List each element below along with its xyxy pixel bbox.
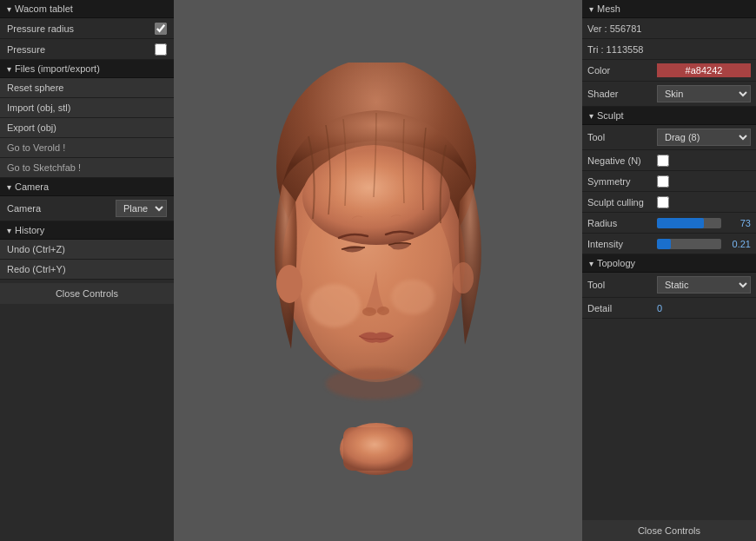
head-svg xyxy=(230,63,526,479)
svg-point-9 xyxy=(377,307,389,315)
sculpt-section-label: Sculpt xyxy=(597,110,624,121)
topo-tool-select[interactable]: Static Dynamic Decimation xyxy=(657,276,751,294)
svg-point-11 xyxy=(453,262,474,294)
ver-row: Ver : 556781 xyxy=(582,18,756,39)
negative-label: Negative (N) xyxy=(587,155,657,166)
go-sketchfab-button[interactable]: Go to Sketchfab ! xyxy=(0,158,174,178)
history-section-label: History xyxy=(15,225,44,235)
camera-section-header[interactable]: Camera xyxy=(0,178,174,196)
color-label: Color xyxy=(587,65,657,76)
sculpt-culling-row: Sculpt culling xyxy=(582,192,756,213)
svg-point-10 xyxy=(276,265,302,303)
export-button[interactable]: Export (obj) xyxy=(0,118,174,138)
tool-label: Tool xyxy=(587,132,657,142)
radius-slider-container[interactable]: 73 xyxy=(657,218,751,228)
pressure-label: Pressure xyxy=(7,44,155,55)
detail-label: Detail xyxy=(587,303,657,313)
left-panel: Wacom tablet Pressure radius Pressure Fi… xyxy=(0,0,174,541)
svg-point-5 xyxy=(302,149,450,245)
shader-label: Shader xyxy=(587,89,657,99)
pressure-checkbox[interactable] xyxy=(155,43,167,56)
radius-slider-bg[interactable] xyxy=(657,218,721,228)
tool-row: Tool Drag (8) Brush Flatten Pinch Inflat… xyxy=(582,125,756,150)
radius-slider-fill xyxy=(657,218,704,228)
go-verold-button[interactable]: Go to Verold ! xyxy=(0,138,174,158)
radius-row: Radius 73 xyxy=(582,213,756,234)
negative-row: Negative (N) xyxy=(582,150,756,171)
topo-tool-row: Tool Static Dynamic Decimation xyxy=(582,273,756,298)
topology-section-label: Topology xyxy=(597,258,635,268)
pressure-radius-checkbox[interactable] xyxy=(155,23,167,35)
intensity-label: Intensity xyxy=(587,239,657,249)
topology-section-header[interactable]: Topology xyxy=(582,254,756,273)
shader-row: Shader Skin Clay Matcap xyxy=(582,82,756,107)
tool-select[interactable]: Drag (8) Brush Flatten Pinch Inflate xyxy=(657,129,751,146)
pressure-radius-label: Pressure radius xyxy=(7,23,155,34)
pressure-row: Pressure xyxy=(0,39,174,60)
files-section-label: Files (import/export) xyxy=(15,63,100,74)
undo-button[interactable]: Undo (Ctrl+Z) xyxy=(0,240,174,260)
symmetry-checkbox[interactable] xyxy=(657,175,669,188)
pressure-radius-row: Pressure radius xyxy=(0,18,174,39)
detail-value: 0 xyxy=(657,303,662,313)
svg-point-6 xyxy=(308,284,361,327)
right-close-controls-button[interactable]: Close Controls xyxy=(582,520,756,541)
tri-label: Tri : 1113558 xyxy=(587,44,657,55)
right-panel: Mesh Ver : 556781 Tri : 1113558 Color #a… xyxy=(582,0,756,541)
negative-checkbox[interactable] xyxy=(657,155,669,167)
color-value[interactable]: #a84242 xyxy=(657,63,751,77)
viewport[interactable] xyxy=(174,0,582,541)
camera-section-label: Camera xyxy=(15,181,49,192)
svg-point-8 xyxy=(362,307,376,316)
redo-button[interactable]: Redo (Ctrl+Y) xyxy=(0,260,174,280)
wacom-section-header[interactable]: Wacom tablet xyxy=(0,0,174,18)
intensity-row: Intensity 0.21 xyxy=(582,234,756,254)
import-button[interactable]: Import (obj, stl) xyxy=(0,98,174,118)
radius-value: 73 xyxy=(725,218,751,228)
head-model xyxy=(230,63,526,479)
svg-point-7 xyxy=(391,280,434,314)
tri-row: Tri : 1113558 xyxy=(582,39,756,60)
intensity-slider-container[interactable]: 0.21 xyxy=(657,239,751,249)
radius-label: Radius xyxy=(587,218,657,228)
svg-rect-1 xyxy=(343,427,413,471)
color-row: Color #a84242 xyxy=(582,60,756,82)
sculpt-culling-label: Sculpt culling xyxy=(587,197,657,208)
detail-row: Detail 0 xyxy=(582,298,756,319)
shader-select[interactable]: Skin Clay Matcap xyxy=(657,85,751,102)
intensity-value: 0.21 xyxy=(725,239,751,249)
sculpt-culling-checkbox[interactable] xyxy=(657,196,669,208)
history-section-header[interactable]: History xyxy=(0,221,174,240)
left-close-controls-button[interactable]: Close Controls xyxy=(0,283,174,304)
camera-select[interactable]: Plane Orbit Free xyxy=(116,200,167,217)
camera-label: Camera xyxy=(7,203,116,214)
files-section-header[interactable]: Files (import/export) xyxy=(0,60,174,78)
topo-tool-label: Tool xyxy=(587,280,657,290)
svg-point-12 xyxy=(326,368,421,399)
symmetry-row: Symmetry xyxy=(582,171,756,192)
mesh-section-label: Mesh xyxy=(597,3,620,14)
sculpt-section-header[interactable]: Sculpt xyxy=(582,107,756,125)
intensity-slider-bg[interactable] xyxy=(657,239,721,249)
intensity-slider-fill xyxy=(657,239,671,249)
reset-sphere-button[interactable]: Reset sphere xyxy=(0,78,174,98)
camera-row: Camera Plane Orbit Free xyxy=(0,196,174,221)
wacom-section-label: Wacom tablet xyxy=(15,3,73,14)
symmetry-label: Symmetry xyxy=(587,176,657,187)
mesh-section-header[interactable]: Mesh xyxy=(582,0,756,18)
ver-label: Ver : 556781 xyxy=(587,23,657,34)
